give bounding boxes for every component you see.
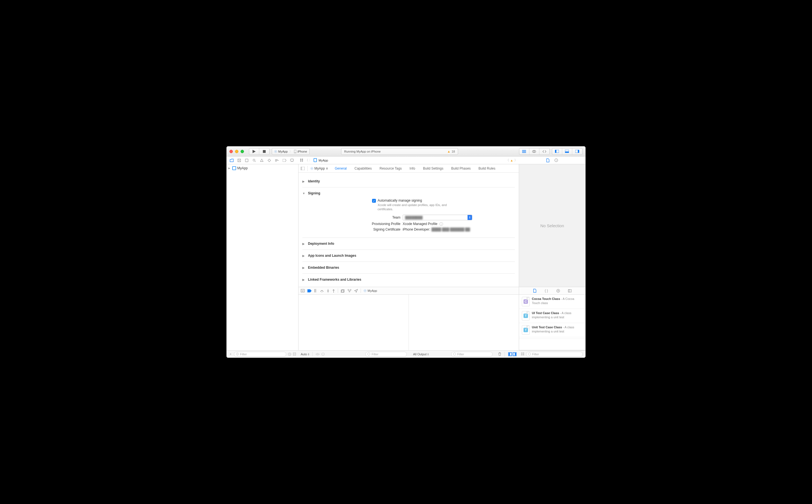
tab-build-phases[interactable]: Build Phases [451,167,471,170]
disclosure-triangle[interactable]: ▶ [302,242,306,245]
disclosure-triangle[interactable]: ▼ [302,192,306,195]
section-deployment-header[interactable]: ▶ Deployment Info [302,241,515,247]
go-back[interactable]: 〈 [305,158,308,162]
issue-navigator-tab[interactable] [258,158,265,163]
debug-memory-graph[interactable] [348,289,351,292]
continue-button[interactable] [314,289,317,292]
show-variables[interactable] [508,352,512,356]
svg-point-34 [322,292,322,292]
related-items-icon[interactable] [300,159,304,162]
code-snippet-library-tab[interactable]: { } [543,288,550,293]
recent-filter-icon[interactable] [288,353,291,356]
debug-pane-toggle[interactable] [508,352,517,356]
standard-editor-button[interactable] [519,148,529,155]
step-in-button[interactable] [327,289,329,293]
run-button[interactable] [249,148,259,155]
project-navigator-tab[interactable] [228,158,235,163]
media-library-tab[interactable] [566,288,573,293]
disclosure-triangle[interactable]: ▶ [228,167,231,170]
variables-view[interactable] [299,295,409,350]
svg-rect-31 [301,289,304,292]
debug-navigator-tab[interactable] [273,158,280,163]
library-item[interactable]: T UI Test Case Class - A class implement… [519,309,585,323]
add-button[interactable]: ＋ [229,352,232,356]
version-editor-button[interactable] [539,148,549,155]
simulate-location[interactable] [354,289,358,293]
object-library-tab[interactable] [555,288,561,293]
show-console[interactable] [513,352,517,356]
tab-build-settings[interactable]: Build Settings [423,167,443,170]
svg-rect-40 [341,290,344,293]
auto-manage-signing-checkbox[interactable]: ✓ [372,199,376,203]
toggle-debug-area[interactable] [562,148,572,155]
section-appicons: ▶ App Icons and Launch Images [302,250,515,262]
go-forward[interactable]: 〉 [309,158,312,162]
library-list[interactable]: C Cocoa Touch Class - A Cocoa Touch clas… [519,295,585,350]
console-filter[interactable]: Filter [451,352,493,357]
tab-info[interactable]: Info [410,167,415,170]
tab-general[interactable]: General [335,167,347,170]
minimize-window[interactable] [235,150,238,153]
tab-capabilities[interactable]: Capabilities [354,167,372,170]
zoom-window[interactable] [241,150,244,153]
info-icon[interactable]: i [439,222,443,226]
next-issue[interactable]: 〉 [514,158,517,162]
disclosure-triangle[interactable]: ▶ [302,254,306,257]
disclosure-triangle[interactable]: ▶ [302,180,306,183]
find-navigator-tab[interactable] [251,158,258,163]
prev-issue[interactable]: 〈 [506,158,509,162]
step-out-button[interactable] [332,289,335,293]
disclosure-triangle[interactable]: ▶ [302,278,306,281]
tab-build-rules[interactable]: Build Rules [478,167,495,170]
activity-viewer[interactable]: Running MyApp on iPhone ▲ 18 [341,148,458,155]
library-grid-icon[interactable] [521,353,524,356]
scheme-selector[interactable]: MyApp 〉 iPhone [272,148,310,155]
team-select[interactable]: ████████ ▲▼ [403,215,472,220]
process-selector[interactable]: MyApp [364,289,377,292]
project-tree[interactable]: ▶ MyApp [227,164,298,350]
library-item[interactable]: C Cocoa Touch Class - A Cocoa Touch clas… [519,295,585,309]
section-identity-header[interactable]: ▶ Identity [302,178,515,184]
breadcrumb[interactable]: MyApp [319,159,328,162]
toggle-target-list-icon[interactable] [301,167,305,170]
debug-view-hierarchy[interactable] [341,289,345,293]
library-filter[interactable]: Filter [526,352,583,357]
stop-button[interactable] [259,148,269,155]
source-control-navigator-tab[interactable] [236,158,243,163]
print-description-icon[interactable]: i [321,353,325,356]
quicklook-icon[interactable] [315,353,320,356]
breakpoint-navigator-tab[interactable] [281,158,288,163]
section-appicons-header[interactable]: ▶ App Icons and Launch Images [302,253,515,259]
file-template-library-tab[interactable] [531,288,538,293]
library-item[interactable] [519,337,585,339]
breakpoints-toggle[interactable] [307,289,312,292]
toggle-utilities[interactable] [572,148,582,155]
project-root-item[interactable]: ▶ MyApp [228,165,297,171]
console-view[interactable] [409,295,519,350]
section-embedded-header[interactable]: ▶ Embedded Binaries [302,265,515,271]
assistant-editor-button[interactable] [529,148,539,155]
file-inspector-tab[interactable] [546,158,549,163]
test-navigator-tab[interactable] [266,158,273,163]
auto-variables-selector[interactable]: Auto ▲▼ [301,353,310,356]
project-name-label: MyApp [237,166,248,170]
disclosure-triangle[interactable]: ▶ [302,266,306,269]
close-window[interactable] [229,150,233,153]
scm-filter-icon[interactable] [293,353,296,356]
step-over-button[interactable] [320,289,324,292]
jump-bar[interactable]: 〈 〉 MyApp 〈 ▲ 〉 [299,156,519,164]
section-linked-header[interactable]: ▶ Linked Frameworks and Libraries [302,277,515,283]
clear-console-icon[interactable] [498,352,501,356]
hide-debug-area[interactable] [301,289,305,292]
output-selector[interactable]: All Output ▲▼ [413,353,429,356]
report-navigator-tab[interactable] [288,158,295,163]
symbol-navigator-tab[interactable] [243,158,250,163]
quick-help-tab[interactable]: ? [554,158,558,163]
section-signing-header[interactable]: ▼ Signing [302,190,515,196]
tab-resource-tags[interactable]: Resource Tags [380,167,402,170]
navigator-filter[interactable]: Filter [234,352,286,357]
variables-filter[interactable]: Filter [365,352,407,357]
library-item[interactable]: T Unit Test Case Class - A class impleme… [519,323,585,337]
toggle-navigator[interactable] [552,148,562,155]
target-selector[interactable]: MyApp ▲▼ [310,167,328,170]
